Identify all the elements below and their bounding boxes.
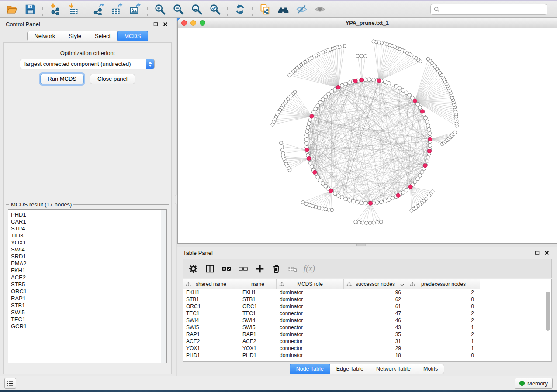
tab-network-table[interactable]: Network Table	[370, 364, 417, 374]
zoom-out-button[interactable]	[169, 2, 187, 17]
result-list-item[interactable]: ORC1	[8, 288, 166, 295]
result-list-item[interactable]: SWI5	[8, 309, 166, 316]
horizontal-splitter-grip[interactable]	[356, 244, 366, 246]
save-session-button[interactable]	[21, 2, 39, 17]
export-table-button[interactable]	[107, 2, 126, 17]
tab-network[interactable]: Network	[27, 31, 62, 41]
export-image-icon	[129, 3, 141, 15]
attribute-icon	[410, 282, 415, 287]
tab-motifs[interactable]: Motifs	[417, 364, 444, 374]
column-header-predecessor-nodes[interactable]: predecessor nodes	[407, 279, 480, 289]
result-list-item[interactable]: YOX1	[8, 239, 166, 246]
column-header-shared-name[interactable]: shared name	[183, 279, 239, 289]
network-graph[interactable]	[178, 28, 557, 243]
search-box[interactable]	[430, 4, 547, 15]
tab-style[interactable]: Style	[62, 31, 88, 41]
show-all-button[interactable]	[311, 2, 329, 17]
table-row[interactable]: SWI4SWI4dominator462	[183, 317, 551, 324]
refresh-view-button[interactable]	[231, 2, 249, 17]
column-pane-button[interactable]	[201, 260, 218, 277]
close-panel-icon[interactable]	[163, 22, 168, 27]
result-list-item[interactable]: PMA2	[8, 260, 166, 267]
result-list-scrollbar[interactable]	[161, 210, 166, 363]
column-header-MCDS-role[interactable]: MCDS role	[277, 279, 344, 289]
table-row[interactable]: ACE2ACE2connector311	[183, 338, 551, 345]
close-panel-button[interactable]: Close panel	[90, 74, 135, 84]
result-list-item[interactable]: PHD1	[8, 211, 166, 218]
tab-node-table[interactable]: Node Table	[290, 364, 330, 374]
search-network-button[interactable]	[274, 2, 292, 17]
result-list-item[interactable]: TID3	[8, 232, 166, 239]
table-scrollbar[interactable]	[546, 292, 550, 331]
delete-column-disabled-icon	[288, 264, 298, 274]
import-network-button[interactable]	[46, 2, 64, 17]
duplicate-network-button[interactable]	[256, 2, 274, 17]
horizontal-splitter[interactable]	[177, 244, 557, 247]
run-mcds-button[interactable]: Run MCDS	[40, 74, 84, 84]
table-tabs: Node TableEdge TableNetwork TableMotifs	[177, 364, 557, 374]
close-table-panel-icon[interactable]	[544, 251, 549, 255]
search-icon	[434, 7, 439, 12]
table-row[interactable]: RAP1RAP1dominator352	[183, 331, 551, 338]
result-list-item[interactable]: TEC1	[8, 316, 166, 323]
toolbar-separator	[227, 3, 228, 16]
zoom-fit-button[interactable]	[187, 2, 206, 17]
delete-column-disabled-button[interactable]	[284, 260, 301, 277]
result-list-item[interactable]: ACE2	[8, 274, 166, 281]
result-list-item[interactable]: STB5	[8, 281, 166, 288]
export-network-button[interactable]	[89, 2, 107, 17]
delete-row-button[interactable]	[268, 260, 284, 277]
tab-edge-table[interactable]: Edge Table	[330, 364, 370, 374]
result-list-item[interactable]: FKH1	[8, 267, 166, 274]
select-all-check-button[interactable]	[218, 260, 235, 277]
float-table-panel-icon[interactable]	[535, 251, 540, 255]
result-list-item[interactable]: STP4	[8, 225, 166, 232]
zoom-in-button[interactable]	[151, 2, 169, 17]
table-cell: 0	[407, 352, 480, 358]
deselect-all-check-icon	[238, 264, 248, 274]
optimization-criterion-dropdown[interactable]: largest connected component (undirected)	[20, 59, 155, 69]
import-table-button[interactable]	[64, 2, 83, 17]
export-image-button[interactable]	[126, 2, 144, 17]
network-window-titlebar[interactable]: YPA_prune.txt_1	[177, 18, 557, 28]
table-row[interactable]: ORC1ORC1dominator610	[183, 303, 551, 310]
table-cell: SWI5	[183, 324, 239, 330]
result-list-item[interactable]: SWI4	[8, 246, 166, 253]
network-canvas[interactable]	[177, 28, 557, 244]
memory-button[interactable]: Memory	[515, 378, 553, 389]
table-row[interactable]: FKH1FKH1dominator962	[183, 289, 551, 296]
table-row[interactable]: TEC1TEC1connector472	[183, 310, 551, 317]
add-row-button[interactable]	[251, 260, 268, 277]
tab-mcds[interactable]: MCDS	[117, 31, 148, 41]
task-history-button[interactable]	[4, 378, 16, 389]
table-settings-button[interactable]	[185, 260, 201, 277]
zoom-fit-icon	[191, 3, 203, 15]
zoom-selected-button[interactable]	[206, 2, 224, 17]
search-input[interactable]	[442, 6, 544, 12]
mcds-result-list[interactable]: PHD1CAR1STP4TID3YOX1SWI4SRD1PMA2FKH1ACE2…	[8, 209, 167, 363]
main-toolbar	[0, 0, 557, 18]
table-panel-title: Table Panel	[183, 250, 213, 256]
table-row[interactable]: SWI5SWI5connector431	[183, 324, 551, 331]
table-cell: YOX1	[239, 345, 277, 351]
deselect-all-check-button[interactable]	[235, 260, 251, 277]
open-file-button[interactable]	[3, 2, 21, 17]
table-row[interactable]: PHD1PHD1dominator180	[183, 352, 551, 359]
chevron-down-icon[interactable]	[400, 282, 405, 286]
table-cell: 2	[407, 317, 480, 323]
function-builder-disabled-button[interactable]: f(x)	[301, 260, 318, 277]
result-list-item[interactable]: GCR1	[8, 323, 166, 330]
control-panel: Control Panel NetworkStyleSelectMCDS Opt…	[0, 18, 176, 376]
float-panel-icon[interactable]	[153, 22, 158, 27]
result-list-item[interactable]: STB1	[8, 302, 166, 309]
tab-select[interactable]: Select	[88, 31, 118, 41]
hide-selected-button[interactable]	[292, 2, 311, 17]
table-row[interactable]: YOX1YOX1connector291	[183, 345, 551, 352]
table-cell: YOX1	[183, 345, 239, 351]
column-header-name[interactable]: name	[239, 279, 277, 289]
result-list-item[interactable]: RAP1	[8, 295, 166, 302]
result-list-item[interactable]: CAR1	[8, 218, 166, 225]
result-list-item[interactable]: SRD1	[8, 253, 166, 260]
column-header-successor-nodes[interactable]: successor nodes	[344, 279, 407, 289]
table-row[interactable]: STB1STB1dominator620	[183, 296, 551, 303]
